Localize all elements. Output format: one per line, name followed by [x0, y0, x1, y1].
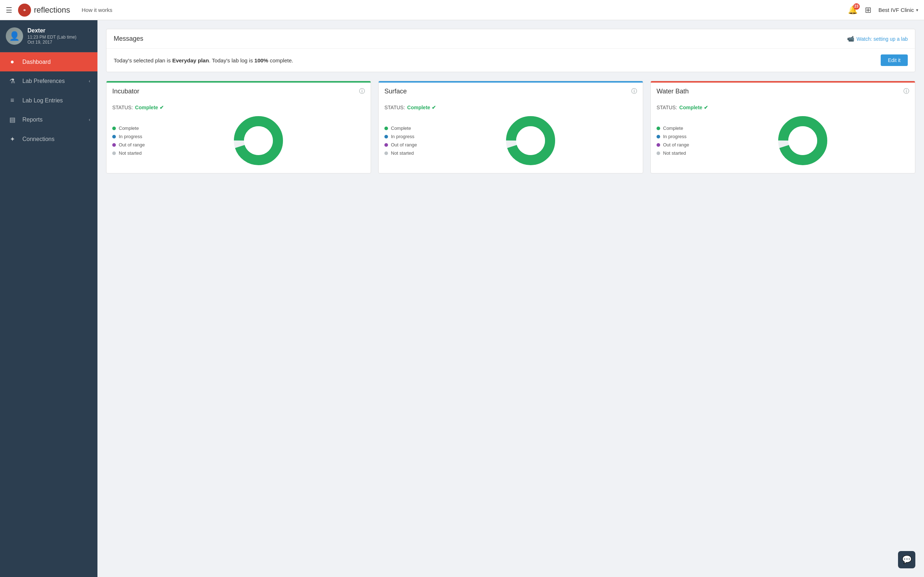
svg-point-12: [793, 131, 812, 150]
edit-button[interactable]: Edit it: [881, 55, 908, 66]
main-content: Messages 📹 Watch: setting up a lab Today…: [97, 20, 924, 577]
legend-dot: [657, 143, 660, 147]
legend-dot: [112, 135, 116, 139]
legend-waterbath: Complete In progress Out of range: [657, 126, 689, 156]
reports-label: Reports: [23, 116, 89, 123]
legend-label: In progress: [119, 134, 142, 139]
info-icon-incubator[interactable]: ⓘ: [359, 88, 365, 95]
status-value-surface: Complete ✔: [407, 105, 436, 110]
body-after: complete.: [268, 57, 293, 63]
avatar: 👤: [6, 27, 23, 45]
card-header-incubator: Incubator ⓘ: [107, 81, 371, 100]
user-name: Dexter: [27, 27, 76, 34]
legend-item: Complete: [657, 126, 689, 131]
nav-right: 🔔 23 ⊞ Best IVF Clinic ▾: [848, 5, 918, 15]
messages-body: Today's selected plan is Everyday plan. …: [107, 49, 915, 72]
connections-label: Connections: [23, 136, 90, 142]
user-info: Dexter 11:23 PM EDT (Lab time) Oct 19, 2…: [27, 27, 76, 45]
card-surface: Surface ⓘ STATUS: Complete ✔ Complete: [378, 81, 643, 174]
lab-log-entries-label: Lab Log Entries: [23, 97, 90, 104]
sidebar-item-reports[interactable]: ▤ Reports ‹: [0, 110, 97, 129]
reports-icon: ▤: [7, 116, 17, 124]
info-icon-waterbath[interactable]: ⓘ: [903, 88, 909, 95]
legend-label: Out of range: [119, 142, 145, 148]
lab-preferences-label: Lab Preferences: [23, 78, 89, 84]
notification-button[interactable]: 🔔 23: [848, 5, 858, 15]
body-middle: . Today's lab log is: [209, 57, 254, 63]
plan-name: Everyday plan: [172, 57, 209, 63]
legend-item: Complete: [384, 126, 417, 131]
sidebar-item-lab-log-entries[interactable]: ≡ Lab Log Entries: [0, 91, 97, 110]
donut-waterbath: [696, 115, 909, 166]
chevron-icon: ‹: [89, 79, 90, 84]
watch-label: Watch: setting up a lab: [856, 36, 908, 42]
logo: reflections: [18, 3, 70, 16]
chevron-down-icon: ▾: [916, 8, 918, 13]
card-title-incubator: Incubator: [112, 88, 139, 95]
legend-dot: [384, 143, 388, 147]
legend-item: In progress: [384, 134, 417, 139]
messages-card: Messages 📹 Watch: setting up a lab Today…: [106, 29, 915, 72]
lab-preferences-icon: ⚗: [7, 77, 17, 85]
legend-item: In progress: [112, 134, 145, 139]
legend-surface: Complete In progress Out of range: [384, 126, 417, 156]
info-icon-surface[interactable]: ⓘ: [631, 88, 637, 95]
sidebar: 👤 Dexter 11:23 PM EDT (Lab time) Oct 19,…: [0, 20, 97, 577]
legend-incubator: Complete In progress Out of range: [112, 126, 145, 156]
logo-icon: [18, 3, 31, 16]
clinic-name: Best IVF Clinic: [879, 7, 914, 13]
how-it-works-link[interactable]: How it works: [82, 7, 848, 13]
legend-label: Out of range: [391, 142, 417, 148]
top-nav: ☰ reflections How it works 🔔 23 ⊞ Best I…: [0, 0, 924, 20]
grid-icon[interactable]: ⊞: [865, 5, 871, 15]
user-section: 👤 Dexter 11:23 PM EDT (Lab time) Oct 19,…: [0, 20, 97, 52]
legend-label: Not started: [391, 150, 414, 156]
legend-item: Out of range: [112, 142, 145, 148]
watch-link[interactable]: 📹 Watch: setting up a lab: [847, 35, 908, 42]
chat-button[interactable]: 💬: [898, 551, 915, 568]
user-time: 11:23 PM EDT (Lab time): [27, 35, 76, 40]
dashboard-label: Dashboard: [23, 59, 90, 65]
legend-label: In progress: [391, 134, 414, 139]
connections-icon: ✦: [7, 135, 17, 143]
legend-dot: [112, 152, 116, 155]
chart-area-surface: Complete In progress Out of range: [384, 115, 637, 166]
legend-item: In progress: [657, 134, 689, 139]
legend-item: Not started: [657, 150, 689, 156]
card-title-surface: Surface: [384, 88, 407, 95]
status-line-surface: STATUS: Complete ✔: [384, 105, 637, 110]
sidebar-nav: ● Dashboard ⚗ Lab Preferences ‹ ≡ Lab Lo…: [0, 52, 97, 577]
status-line-waterbath: STATUS: Complete ✔: [657, 105, 909, 110]
sidebar-item-lab-preferences[interactable]: ⚗ Lab Preferences ‹: [0, 71, 97, 91]
legend-dot: [112, 143, 116, 147]
user-date: Oct 19, 2017: [27, 40, 76, 45]
legend-item: Not started: [112, 150, 145, 156]
chevron-icon: ‹: [89, 117, 90, 122]
legend-item: Not started: [384, 150, 417, 156]
check-icon: ✔: [432, 105, 436, 110]
svg-point-8: [521, 131, 540, 150]
legend-dot: [384, 135, 388, 139]
legend-label: Complete: [119, 126, 139, 131]
messages-text: Today's selected plan is Everyday plan. …: [114, 57, 293, 63]
card-header-surface: Surface ⓘ: [379, 81, 643, 100]
dashboard-icon: ●: [7, 58, 17, 66]
clinic-selector[interactable]: Best IVF Clinic ▾: [879, 7, 918, 13]
legend-dot: [384, 127, 388, 130]
status-value-waterbath: Complete ✔: [679, 105, 708, 110]
logo-text: reflections: [34, 5, 70, 15]
legend-item: Out of range: [384, 142, 417, 148]
hamburger-icon[interactable]: ☰: [6, 6, 12, 15]
sidebar-item-connections[interactable]: ✦ Connections: [0, 129, 97, 149]
donut-incubator: [152, 115, 365, 166]
chart-area-incubator: Complete In progress Out of range: [112, 115, 365, 166]
sidebar-item-dashboard[interactable]: ● Dashboard: [0, 52, 97, 71]
card-waterbath: Water Bath ⓘ STATUS: Complete ✔ Complete: [650, 81, 915, 174]
body-before: Today's selected plan is: [114, 57, 172, 63]
legend-dot: [657, 152, 660, 155]
card-incubator: Incubator ⓘ STATUS: Complete ✔ Complete: [106, 81, 371, 174]
legend-dot: [112, 127, 116, 130]
card-header-waterbath: Water Bath ⓘ: [651, 81, 915, 100]
legend-item: Out of range: [657, 142, 689, 148]
video-icon: 📹: [847, 35, 855, 42]
